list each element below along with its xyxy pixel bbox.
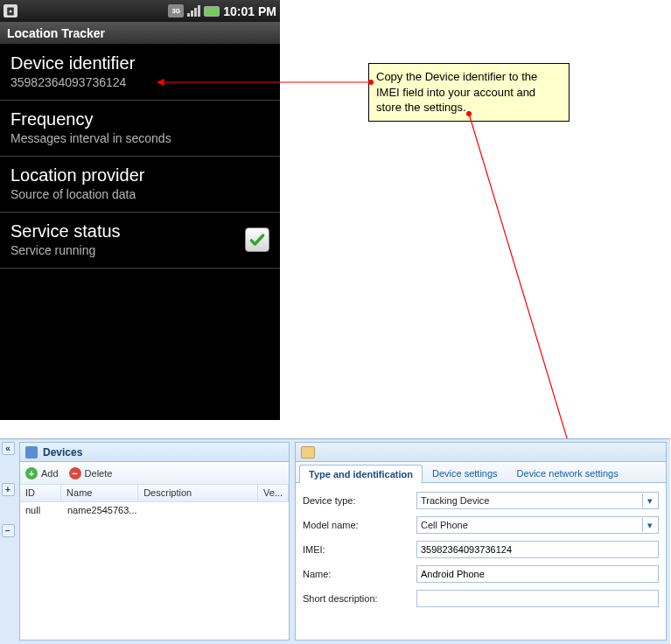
col-ve[interactable]: Ve...	[258, 485, 289, 501]
device-form: Device type: Tracking Device ▾ Model nam…	[296, 483, 666, 623]
setting-subtitle: Messages interval in seconds	[10, 131, 269, 145]
panel-remove-button[interactable]: −	[2, 524, 15, 537]
devices-icon	[25, 446, 38, 458]
setting-title: Location provider	[10, 165, 269, 186]
cell-description	[141, 502, 263, 520]
devices-table-header: ID Name Description Ve...	[20, 485, 289, 502]
battery-icon	[204, 6, 220, 17]
add-device-button[interactable]: + Add	[25, 467, 59, 480]
label-device-type: Device type:	[303, 495, 416, 506]
setting-frequency[interactable]: Frequency Messages interval in seconds	[0, 101, 280, 157]
data-network-icon: 3G	[168, 4, 184, 18]
chevron-down-icon: ▾	[642, 518, 656, 532]
setting-device-identifier[interactable]: Device identifier 35982364093736124	[0, 45, 280, 101]
model-name-value: Cell Phone	[421, 520, 468, 530]
android-phone-screen: 3G 10:01 PM Location Tracker Device iden…	[0, 0, 280, 420]
devices-toolbar: + Add − Delete	[20, 462, 289, 485]
model-name-select[interactable]: Cell Phone ▾	[416, 516, 659, 534]
imei-field[interactable]	[416, 541, 659, 558]
short-description-field[interactable]	[416, 590, 659, 607]
devices-title: Devices	[43, 446, 82, 458]
setting-title: Frequency	[10, 109, 269, 130]
app-title-bar: Location Tracker	[0, 22, 280, 45]
col-description[interactable]: Description	[138, 485, 258, 501]
clock: 10:01 PM	[223, 4, 276, 18]
device-form-header	[296, 443, 666, 462]
device-type-select[interactable]: Tracking Device ▾	[416, 492, 659, 509]
table-row[interactable]: null name2545763...	[20, 502, 289, 520]
signal-icon	[187, 5, 200, 17]
cell-id: null	[20, 502, 62, 520]
setting-subtitle: 35982364093736124	[10, 75, 269, 89]
tab-device-network-settings[interactable]: Device network settings	[507, 464, 628, 482]
folder-icon	[301, 446, 315, 458]
tab-type-identification[interactable]: Type and identification	[299, 465, 423, 483]
label-short-description: Short description:	[303, 593, 416, 604]
service-status-checkbox[interactable]	[245, 228, 269, 252]
label-imei: IMEI:	[303, 544, 416, 555]
minus-icon: −	[69, 467, 81, 480]
delete-label: Delete	[85, 468, 113, 479]
form-tabs: Type and identification Device settings …	[296, 462, 666, 483]
check-icon	[248, 231, 266, 248]
label-model-name: Model name:	[303, 520, 416, 530]
devices-panel-header: Devices	[20, 443, 289, 462]
setting-subtitle: Service running	[10, 243, 245, 257]
admin-panel: « + − Devices + Add − Delete ID Name Des…	[0, 438, 670, 644]
collapse-left-button[interactable]: «	[2, 442, 15, 455]
col-name[interactable]: Name	[61, 485, 138, 501]
chevron-down-icon: ▾	[642, 494, 656, 508]
sim-icon	[3, 4, 17, 18]
setting-subtitle: Source of location data	[10, 187, 269, 201]
label-name: Name:	[303, 569, 416, 579]
setting-location-provider[interactable]: Location provider Source of location dat…	[0, 157, 280, 213]
callout-note: Copy the Device identifier to the IMEI f…	[368, 63, 570, 122]
delete-device-button[interactable]: − Delete	[69, 467, 113, 480]
panel-add-button[interactable]: +	[2, 483, 15, 496]
devices-panel: Devices + Add − Delete ID Name Descripti…	[19, 442, 290, 640]
setting-title: Service status	[10, 221, 245, 242]
device-type-value: Tracking Device	[421, 495, 489, 506]
col-id[interactable]: ID	[20, 485, 61, 501]
svg-point-1	[10, 10, 12, 12]
cell-name: name2545763...	[62, 502, 141, 520]
status-bar: 3G 10:01 PM	[0, 0, 280, 22]
settings-list: Device identifier 35982364093736124 Freq…	[0, 45, 280, 269]
setting-service-status[interactable]: Service status Service running	[0, 213, 280, 269]
tab-device-settings[interactable]: Device settings	[423, 464, 507, 482]
add-label: Add	[41, 468, 59, 479]
cell-ve	[263, 502, 289, 520]
plus-icon: +	[25, 467, 38, 480]
name-field[interactable]	[416, 565, 659, 583]
device-form-panel: Type and identification Device settings …	[295, 442, 667, 640]
setting-title: Device identifier	[10, 53, 269, 74]
